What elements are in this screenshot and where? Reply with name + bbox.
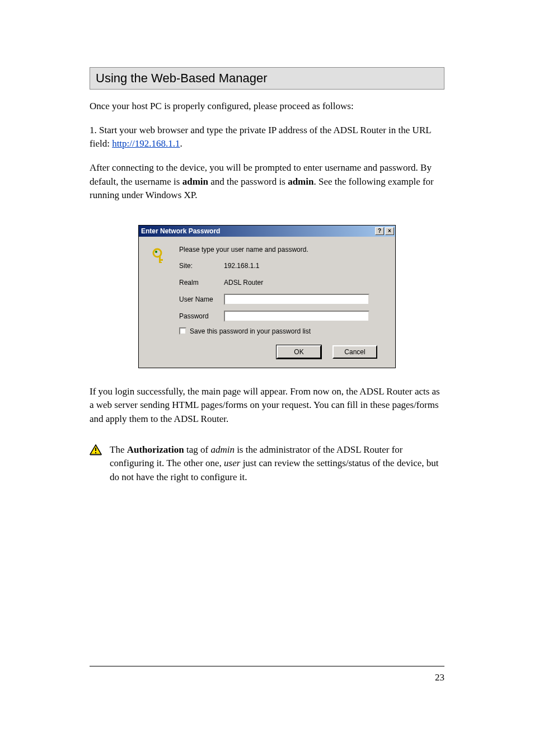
- svg-rect-6: [95, 448, 96, 451]
- svg-point-0: [153, 249, 161, 257]
- help-button[interactable]: ?: [375, 227, 384, 235]
- cred-text-2: and the password is: [208, 176, 288, 187]
- login-dialog: Enter Network Password ? × Please type y…: [138, 225, 396, 368]
- ok-button[interactable]: OK: [277, 345, 321, 359]
- default-password: admin: [288, 176, 313, 187]
- page-number: 23: [435, 672, 444, 683]
- svg-rect-3: [159, 259, 163, 261]
- dialog-title: Enter Network Password: [141, 227, 374, 235]
- save-password-checkbox[interactable]: [179, 327, 186, 335]
- cred-text-3: . See the following: [313, 176, 388, 187]
- step-1: 1. Start your web browser and type the p…: [90, 124, 444, 151]
- cancel-button[interactable]: Cancel: [332, 345, 377, 359]
- svg-point-1: [155, 251, 157, 253]
- key-icon: [151, 248, 168, 266]
- default-username: admin: [182, 176, 208, 187]
- warning-icon: [90, 444, 102, 458]
- warning-text: The Authorization tag of admin is the ad…: [110, 443, 444, 485]
- step-1-suffix: .: [180, 138, 182, 149]
- warn-e1: admin: [210, 444, 235, 455]
- post-dialog-paragraph: If you login successfully, the main page…: [90, 385, 444, 426]
- save-password-label: Save this password in your password list: [190, 327, 311, 335]
- svg-rect-4: [159, 262, 162, 263]
- realm-label: Realm: [179, 279, 224, 287]
- warn-t2: tag of: [184, 444, 211, 455]
- username-input[interactable]: [224, 294, 369, 305]
- svg-rect-7: [95, 452, 96, 453]
- warn-e2: user: [224, 458, 240, 468]
- password-input[interactable]: [224, 311, 369, 322]
- intro-paragraph: Once your host PC is properly configured…: [90, 100, 444, 114]
- section-header: Using the Web-Based Manager: [90, 67, 444, 90]
- username-label: User Name: [179, 295, 224, 303]
- router-url-link[interactable]: http://192.168.1.1: [112, 138, 180, 149]
- password-label: Password: [179, 312, 224, 320]
- close-button[interactable]: ×: [385, 227, 394, 235]
- site-label: Site:: [179, 262, 224, 270]
- realm-value: ADSL Router: [224, 279, 386, 287]
- dialog-titlebar: Enter Network Password ? ×: [139, 226, 395, 237]
- cred-example: example: [388, 176, 420, 187]
- warn-s1: Authorization: [127, 444, 184, 455]
- warn-t1: The: [110, 444, 127, 455]
- credentials-paragraph: After connecting to the device, you will…: [90, 161, 444, 203]
- site-value: 192.168.1.1: [224, 262, 386, 270]
- dialog-prompt: Please type your user name and password.: [179, 246, 386, 253]
- footer-rule: [90, 666, 444, 666]
